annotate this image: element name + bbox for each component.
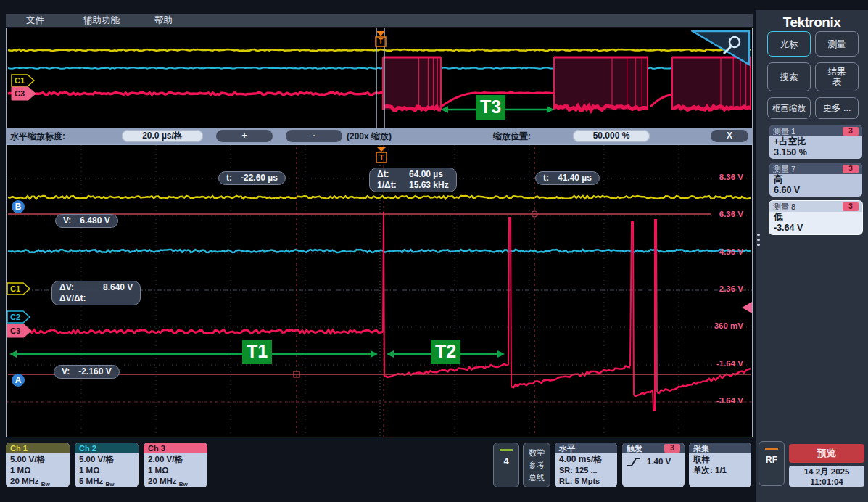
menu-item-file[interactable]: 文件 (19, 15, 51, 27)
measurement-tile-7[interactable]: 测量 73 高6.60 V (769, 163, 862, 197)
trigger-source-badge: 3 (664, 444, 680, 453)
zoom-position-label: 缩放位置: (493, 131, 531, 143)
cursor-v-bottom-readout[interactable]: V:-2.160 V (54, 365, 120, 379)
cursor-b-time-readout[interactable]: t:41.40 µs (535, 171, 600, 185)
waveform-color-dash (500, 449, 513, 451)
cursor-v-top-readout[interactable]: V:6.480 V (55, 214, 118, 228)
trigger-position-marker[interactable]: T (373, 30, 389, 47)
zoom-out-button[interactable]: - (286, 130, 342, 142)
results-table-button[interactable]: 结果表 (815, 62, 859, 91)
cursors-button[interactable]: 光标 (767, 31, 811, 57)
tektronix-logo: Tektronix (756, 15, 868, 30)
svg-text:T: T (379, 154, 384, 162)
svg-text:T: T (379, 38, 383, 46)
datetime-display: 14 2月 2025 11:01:04 (789, 466, 864, 487)
rising-edge-icon (627, 457, 641, 467)
t2-annotation: T2 (431, 340, 460, 364)
zoom-scale-value[interactable]: 20.0 µs/格 (122, 130, 203, 142)
zoom-close-button[interactable]: X (711, 130, 748, 142)
t1-annotation: T1 (242, 340, 272, 364)
acquisition-badge[interactable]: 采集 取样 单次: 1/1 (689, 443, 751, 487)
panel-drag-handle[interactable] (756, 231, 761, 249)
source-badge: 3 (843, 165, 859, 173)
main-channel1-flag[interactable]: C1 (7, 282, 31, 296)
channel2-badge[interactable]: Ch 2 5.00 V/格 1 MΩ 5 MHz Bw (75, 443, 139, 487)
search-button[interactable]: 搜索 (767, 62, 811, 91)
scale-label-0: 8.36 V (719, 173, 743, 181)
main-channel2-flag[interactable]: C2 (7, 310, 31, 324)
main-waveform-display[interactable]: T t:-22.60 µs Δt:64.00 µs 1/Δt:15.63 kHz… (6, 144, 753, 437)
menu-item-help[interactable]: 帮助 (147, 15, 180, 27)
scale-label-5: -1.64 V (716, 359, 743, 368)
more-button[interactable]: 更多 ... (815, 97, 859, 119)
zoom-magnifier-icon[interactable] (691, 30, 751, 66)
waveform-count-badge[interactable]: 4 (493, 443, 519, 487)
zoom-overview-display[interactable]: C1 C3 T T3 (6, 28, 753, 128)
rf-color-dash (765, 448, 778, 450)
right-sidebar: Tektronix 光标 测量 搜索 结果表 框画缩放 更多 ... 测量 13… (756, 10, 868, 502)
channel3-badge[interactable]: Ch 3 2.00 V/格 1 MΩ 20 MHz Bw (144, 443, 207, 487)
scale-label-1: 6.36 V (719, 210, 743, 218)
menu-item-utility[interactable]: 辅助功能 (76, 15, 127, 27)
scale-label-6: -3.64 V (716, 396, 743, 405)
preview-status-button[interactable]: 预览 (789, 444, 864, 463)
t3-annotation: T3 (476, 95, 505, 120)
zoom-scale-label: 水平缩放标度: (10, 131, 65, 143)
channel1-badge[interactable]: Ch 1 5.00 V/格 1 MΩ 20 MHz Bw (6, 443, 70, 487)
svg-text:C2: C2 (10, 313, 20, 321)
scale-label-4: 360 mV (714, 321, 743, 330)
zoom-position-value[interactable]: 50.000 % (573, 130, 650, 142)
scale-label-2: 4.36 V (719, 247, 743, 256)
box-zoom-button[interactable]: 框画缩放 (767, 97, 811, 119)
source-badge: 3 (843, 127, 859, 136)
zoom-in-button[interactable]: + (216, 130, 273, 142)
trigger-badge[interactable]: 触发 3 1.40 V (622, 443, 685, 487)
zoom-factor-label: (200x 缩放) (347, 131, 392, 143)
main-trigger-marker[interactable]: T (373, 147, 389, 164)
svg-text:C3: C3 (10, 326, 20, 335)
cursor-delta-readout[interactable]: Δt:64.00 µs 1/Δt:15.63 kHz (369, 168, 457, 192)
cursor-a-time-readout[interactable]: t:-22.60 µs (218, 171, 286, 185)
horizontal-badge[interactable]: 水平 4.00 ms/格 SR: 125 ... RL: 5 Mpts (555, 443, 617, 487)
source-badge: 3 (843, 202, 859, 211)
svg-text:C3: C3 (15, 89, 25, 98)
math-ref-bus-badge[interactable]: 数学 参考 总线 (523, 443, 550, 487)
svg-text:C1: C1 (15, 76, 25, 85)
cursor-a-badge[interactable]: A (12, 374, 25, 387)
measurement-tile-8[interactable]: 测量 83 低-3.64 V (769, 201, 862, 234)
oscilloscope-screen: 文件 辅助功能 帮助 C1 C3 T T3 水平缩放标度: 20. (0, 0, 868, 502)
zoom-control-bar: 水平缩放标度: 20.0 µs/格 + - (200x 缩放) 缩放位置: 50… (6, 128, 753, 144)
cursor-b-badge[interactable]: B (12, 200, 25, 213)
main-channel3-flag[interactable]: C3 (7, 324, 33, 338)
channel3-flag[interactable]: C3 (11, 86, 37, 101)
cursor-dv-readout[interactable]: ΔV:8.640 V ΔV/Δt: (51, 281, 141, 305)
measure-button[interactable]: 测量 (815, 31, 859, 57)
menu-bar: 文件 辅助功能 帮助 (6, 14, 753, 27)
scale-label-3: 2.36 V (719, 284, 743, 293)
rf-badge[interactable]: RF (759, 441, 785, 486)
svg-text:C1: C1 (10, 284, 20, 293)
measurement-tile-1[interactable]: 测量 13 +占空比3.150 % (769, 126, 862, 159)
